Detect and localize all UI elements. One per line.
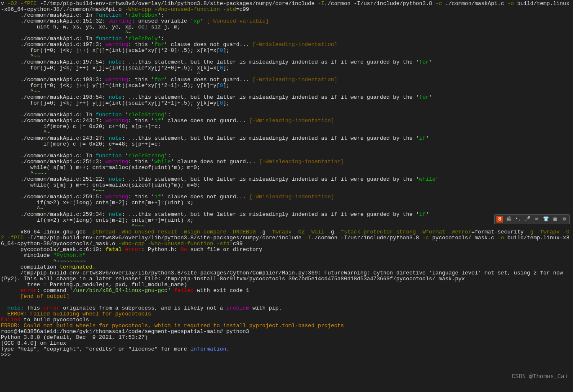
ime-icon[interactable]: S xyxy=(496,216,503,223)
python-prompt[interactable]: >>> xyxy=(1,352,14,358)
ime-toolbar[interactable]: S 英 •, 🎤 ⌨ 👕 ▦ ⚙ xyxy=(494,214,570,224)
toolbar-mic-icon[interactable]: 🎤 xyxy=(524,216,531,223)
toolbar-skin-icon[interactable]: 👕 xyxy=(542,216,549,223)
toolbar-settings-icon[interactable]: ⚙ xyxy=(561,216,568,223)
toolbar-punct-icon[interactable]: •, xyxy=(515,216,521,223)
watermark: CSDN @Thomas_Cai xyxy=(512,374,568,379)
toolbar-keyboard-icon[interactable]: ⌨ xyxy=(533,216,540,223)
toolbar-grid-icon[interactable]: ▦ xyxy=(552,216,558,223)
lang-indicator[interactable]: 英 xyxy=(506,216,512,223)
terminal-output[interactable]: v -O2 -fPIC -I/tmp/pip-build-env-crtws8v… xyxy=(0,0,573,359)
